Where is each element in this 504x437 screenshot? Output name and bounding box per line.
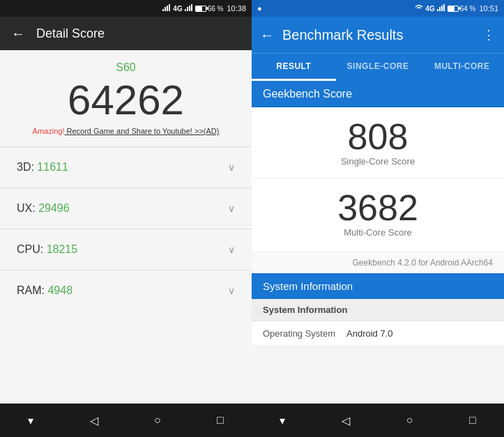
svg-rect-11 xyxy=(443,4,445,11)
system-info-header: System Information xyxy=(252,273,504,299)
multi-core-score: 3682 xyxy=(337,190,418,226)
score-label: UX: 29496 xyxy=(17,202,70,215)
scores-section: 808 Single-Core Score 3682 Multi-Core Sc… xyxy=(252,107,504,252)
model-name: S60 xyxy=(116,61,135,74)
back-button-right[interactable]: ← xyxy=(260,27,274,43)
top-bar-left: ← Detail Score xyxy=(0,17,252,50)
battery-pct-left: 66 % xyxy=(208,5,224,13)
top-bar-right: ← Benchmark Results ⋮ xyxy=(252,17,504,53)
single-core-label: Single-Core Score xyxy=(341,156,415,167)
svg-rect-10 xyxy=(441,6,443,11)
signal-bars-left xyxy=(185,4,193,13)
svg-rect-7 xyxy=(191,4,192,11)
svg-rect-3 xyxy=(169,4,170,11)
battery-right: 64 % xyxy=(448,5,476,13)
ad-amazing: Amazing! xyxy=(33,127,65,135)
score-label: 3D: 11611 xyxy=(17,161,68,174)
score-rows-container: 3D: 11611 ∨ UX: 29496 ∨ CPU: 18215 ∨ RAM… xyxy=(0,147,252,311)
chevron-icon: ∨ xyxy=(228,244,235,255)
score-row[interactable]: CPU: 18215 ∨ xyxy=(0,229,252,270)
status-bar-right: ● 4G 64 % 10:51 xyxy=(252,0,504,17)
score-row[interactable]: RAM: 4948 ∨ xyxy=(0,270,252,311)
system-info-row: Operating System Android 7.0 xyxy=(252,321,504,346)
svg-rect-2 xyxy=(167,6,168,11)
signal-bars-right xyxy=(437,4,445,13)
nav-recents-right[interactable]: □ xyxy=(469,414,476,427)
status-bar-left: 4G 66 % 10:38 xyxy=(0,0,252,17)
system-info-sub: System Information xyxy=(252,299,504,321)
svg-rect-1 xyxy=(165,7,166,11)
tab-multi-core[interactable]: MULTI-CORE xyxy=(420,54,504,81)
detail-score-title: Detail Score xyxy=(36,26,105,41)
single-core-score: 808 xyxy=(348,118,408,155)
bottom-nav-left: ▾ ◁ ○ □ xyxy=(0,404,252,437)
time-right: 10:51 xyxy=(479,4,498,13)
chevron-icon: ∨ xyxy=(228,203,235,214)
nav-back-right[interactable]: ◁ xyxy=(342,414,350,427)
chevron-icon: ∨ xyxy=(228,162,235,173)
wifi-icon-right xyxy=(415,4,423,13)
content-left: S60 64262 Amazing! Record Game and Share… xyxy=(0,50,252,404)
status-icons-left: 4G 66 % 10:38 xyxy=(162,4,246,13)
nav-down-left[interactable]: ▾ xyxy=(28,414,33,427)
svg-rect-4 xyxy=(185,9,186,11)
geekbench-version: Geekbench 4.2.0 for Android AArch64 xyxy=(252,252,504,273)
svg-rect-5 xyxy=(187,7,188,11)
back-button-left[interactable]: ← xyxy=(11,26,25,42)
system-info-key: Operating System xyxy=(263,328,346,339)
svg-rect-9 xyxy=(439,7,441,11)
score-label: RAM: 4948 xyxy=(17,284,72,297)
tab-single-core[interactable]: SINGLE-CORE xyxy=(336,54,420,81)
svg-rect-8 xyxy=(437,9,438,11)
svg-rect-0 xyxy=(162,9,164,11)
battery-icon-left xyxy=(195,6,206,12)
nav-home-right[interactable]: ○ xyxy=(406,414,413,427)
multi-core-label: Multi-Core Score xyxy=(344,227,412,238)
tabs-bar: RESULT SINGLE-CORE MULTI-CORE xyxy=(252,53,504,81)
ad-rest: Record Game and Share to Youtube! >>(AD) xyxy=(64,127,219,135)
time-left: 10:38 xyxy=(227,4,246,13)
network-type-right: 4G xyxy=(425,5,434,13)
battery-left: 66 % xyxy=(195,5,224,13)
right-panel: ● 4G 64 % 10:51 ← Benchmark Results xyxy=(252,0,504,437)
more-options-button[interactable]: ⋮ xyxy=(482,27,496,43)
svg-rect-6 xyxy=(189,6,190,11)
nav-home-left[interactable]: ○ xyxy=(154,414,161,427)
score-label: CPU: 18215 xyxy=(17,243,77,256)
nav-recents-left[interactable]: □ xyxy=(217,414,224,427)
battery-icon-right xyxy=(448,6,459,12)
system-info-value: Android 7.0 xyxy=(346,328,393,339)
signal-icon-left xyxy=(162,4,171,13)
tab-result[interactable]: RESULT xyxy=(252,54,336,81)
score-row[interactable]: UX: 29496 ∨ xyxy=(0,188,252,229)
whatsapp-icon: ● xyxy=(257,4,262,13)
benchmark-title: Benchmark Results xyxy=(282,27,403,43)
chevron-icon: ∨ xyxy=(228,285,235,296)
nav-down-right[interactable]: ▾ xyxy=(280,414,285,427)
total-score: 64262 xyxy=(68,79,184,121)
scores-divider xyxy=(252,178,504,178)
score-row[interactable]: 3D: 11611 ∨ xyxy=(0,147,252,187)
ad-text: Amazing! Record Game and Share to Youtub… xyxy=(33,127,220,135)
status-icons-right: 4G 64 % 10:51 xyxy=(415,4,498,13)
bottom-nav-right: ▾ ◁ ○ □ xyxy=(252,404,504,437)
top-bar-right-left: ← Benchmark Results xyxy=(260,27,403,43)
network-type-left: 4G xyxy=(173,5,182,13)
nav-back-left[interactable]: ◁ xyxy=(90,414,98,427)
system-info-rows: Operating System Android 7.0 xyxy=(252,321,504,346)
geekbench-header: Geekbench Score xyxy=(252,81,504,107)
left-panel: 4G 66 % 10:38 ← Detail Score S60 64262 A… xyxy=(0,0,252,437)
battery-pct-right: 64 % xyxy=(460,5,476,13)
